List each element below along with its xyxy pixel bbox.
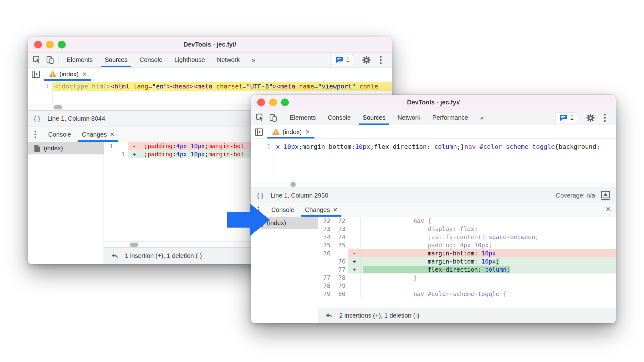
code-token: padding	[147, 151, 172, 158]
code-token	[363, 234, 428, 240]
drawer-tab-changes[interactable]: Changes ×	[299, 203, 343, 217]
panel-expand-icon[interactable]	[251, 125, 267, 138]
kebab-menu-icon[interactable]	[28, 127, 43, 142]
panel-expand-icon[interactable]	[28, 68, 44, 81]
tab-sources[interactable]: Sources	[357, 110, 391, 125]
changes-panel: (index) 7272 nav {7373 display: flex;747…	[251, 217, 616, 323]
zoom-window-button[interactable]	[58, 41, 66, 48]
scrollbar-thumb[interactable]	[130, 243, 138, 247]
close-icon[interactable]: ×	[110, 130, 114, 139]
diff-row: 7778 }	[318, 274, 616, 282]
drawer-tab-console[interactable]: Console	[43, 127, 76, 142]
diff-code: justify-content: space-between;	[360, 233, 616, 241]
file-tab-index[interactable]: (index) ×	[267, 125, 314, 138]
tab-lighthouse[interactable]: Lighthouse	[168, 53, 211, 67]
kebab-menu-icon[interactable]	[598, 113, 611, 122]
more-tabs-chevron[interactable]: »	[246, 53, 261, 67]
device-toolbar-icon[interactable]	[267, 110, 280, 125]
diff-new-line-number: 73	[333, 225, 348, 233]
line-number-gutter: 1	[28, 81, 53, 104]
braces-icon[interactable]: {}	[256, 192, 264, 199]
code-token: margin-bot	[208, 143, 244, 149]
drawer-tab-changes[interactable]: Changes ×	[76, 127, 120, 142]
settings-gear-icon[interactable]	[584, 113, 597, 123]
minimize-window-button[interactable]	[46, 41, 54, 48]
tab-console[interactable]: Console	[322, 110, 356, 125]
diff-new-line-number: 79	[333, 282, 348, 290]
diff-code: padding: 4px 10px;	[360, 241, 616, 249]
device-toolbar-icon[interactable]	[43, 53, 57, 67]
close-icon[interactable]: ×	[82, 70, 86, 78]
inspect-icon[interactable]	[253, 110, 267, 125]
devtools-window-front: DevTools - jec.fyi/ Elements Console Sou…	[251, 95, 616, 323]
warning-icon	[272, 128, 280, 135]
code-token	[363, 217, 413, 224]
minimize-window-button[interactable]	[269, 98, 277, 106]
file-tab-index[interactable]: (index) ×	[44, 68, 91, 81]
issues-count: 1	[570, 114, 574, 121]
tab-sources[interactable]: Sources	[99, 53, 133, 67]
code-line[interactable]: x 10px;margin-bottom:10px;flex-direction…	[274, 142, 616, 151]
code-token: margin-bottom:	[428, 250, 482, 257]
list-item-index[interactable]: (index)	[28, 142, 104, 154]
code-token: name	[299, 83, 314, 90]
scrollbar-thumb[interactable]	[290, 182, 296, 187]
code-token: :	[173, 143, 176, 149]
code-token: #color-scheme-toggle	[479, 143, 555, 150]
coverage-dock-icon[interactable]	[600, 190, 611, 201]
close-window-button[interactable]	[34, 41, 42, 48]
diff-old-line-number	[104, 150, 116, 158]
code-token: 10px	[191, 151, 205, 158]
diff-old-line-number: 1	[104, 142, 116, 150]
inspect-icon[interactable]	[30, 53, 43, 67]
diff-new-line-number: 80	[333, 290, 348, 298]
code-token: ;	[496, 258, 499, 265]
diff-new-line-number: 1	[116, 150, 128, 158]
undo-icon[interactable]	[110, 252, 119, 259]
toolbar-separator	[282, 113, 282, 122]
code-token: conte	[359, 83, 378, 90]
tab-network[interactable]: Network	[211, 53, 246, 67]
traffic-lights	[257, 98, 289, 106]
tab-network[interactable]: Network	[391, 110, 426, 125]
kebab-menu-icon[interactable]	[374, 56, 387, 64]
horizontal-scrollbar[interactable]	[251, 181, 616, 188]
code-line[interactable]: <!doctype html><html lang="en"><head><me…	[53, 82, 392, 91]
code-token: padding	[147, 143, 172, 149]
code-token: ;	[144, 151, 147, 158]
diff-new-line-number: 76	[333, 257, 348, 265]
settings-gear-icon[interactable]	[360, 55, 373, 65]
braces-icon[interactable]: {}	[33, 115, 41, 123]
diff-row: 7575 padding: 4px 10px;	[318, 241, 616, 249]
code-token: ="UTF-8"	[243, 83, 273, 90]
file-tab-label: (index)	[283, 128, 302, 136]
code-token: {	[503, 290, 506, 297]
code-token: <html	[111, 83, 133, 90]
tab-console[interactable]: Console	[134, 53, 168, 67]
close-icon[interactable]: ×	[333, 206, 337, 214]
issues-counter-button[interactable]: 1	[331, 55, 353, 65]
undo-icon[interactable]	[325, 312, 334, 319]
close-window-button[interactable]	[257, 98, 265, 106]
code-token: nav	[464, 143, 479, 150]
diff-code: display: flex;	[360, 225, 616, 233]
file-tab-label: (index)	[59, 71, 79, 78]
tab-elements[interactable]: Elements	[284, 110, 322, 125]
close-icon[interactable]: ×	[305, 128, 309, 136]
scrollbar-thumb[interactable]	[54, 105, 62, 109]
diff-new-line-number	[116, 142, 128, 150]
code-token: justify-content:	[428, 234, 488, 240]
tab-performance[interactable]: Performance	[427, 110, 474, 125]
issues-counter-button[interactable]: 1	[555, 113, 577, 123]
tab-elements[interactable]: Elements	[61, 53, 99, 67]
close-drawer-icon[interactable]: ×	[606, 204, 611, 214]
code-token: ;}	[457, 143, 464, 150]
zoom-window-button[interactable]	[281, 98, 289, 106]
list-item-label: (index)	[44, 145, 63, 152]
code-token: nav	[413, 217, 428, 224]
code-token: margin-bot	[208, 151, 244, 158]
more-tabs-chevron[interactable]: »	[474, 110, 489, 125]
code-token: ;	[474, 225, 478, 232]
diff-new-line-number: 77	[333, 265, 348, 274]
code-token: ="en"	[148, 83, 167, 90]
